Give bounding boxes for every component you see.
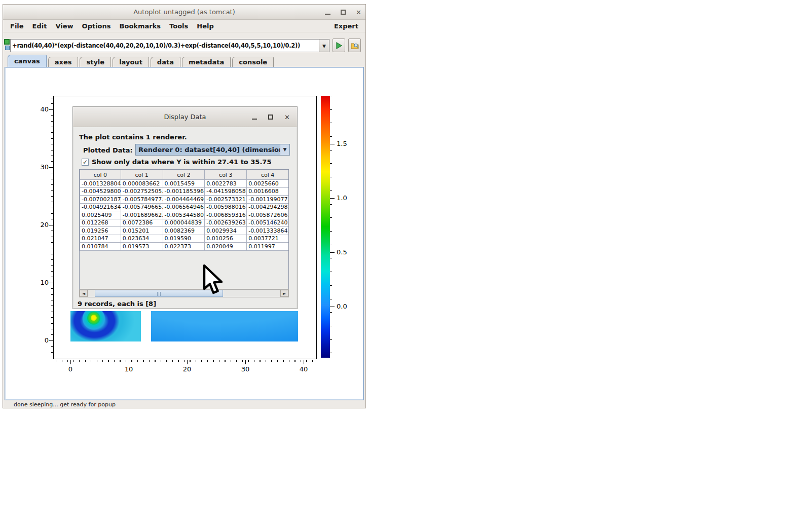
tab-metadata[interactable]: metadata [182, 57, 231, 67]
column-header[interactable]: col 1 [121, 170, 163, 180]
table-cell[interactable]: -0.002752505... [121, 187, 163, 196]
table-cell[interactable]: 0.00 [288, 196, 289, 204]
dialog-minimize-icon[interactable] [252, 119, 257, 120]
table-cell[interactable]: 0.0037721 [247, 235, 289, 243]
table-cell[interactable]: 0.023634 [121, 235, 163, 243]
table-cell[interactable]: -0.001689662... [121, 211, 163, 219]
table-cell[interactable]: -0.006564946... [163, 203, 205, 211]
spectrogram-band-right[interactable] [151, 311, 298, 341]
filter-checkbox[interactable]: ✓ [82, 159, 89, 166]
table-cell[interactable]: 0.0015459 [163, 180, 205, 188]
table-cell[interactable]: -0.005146240... [247, 219, 289, 227]
menu-edit[interactable]: Edit [32, 22, 47, 30]
table-cell[interactable]: -0.005344580... [163, 211, 205, 219]
column-header[interactable]: col 3 [205, 170, 247, 180]
tab-data[interactable]: data [151, 57, 180, 67]
tab-style[interactable]: style [80, 57, 111, 67]
table-row[interactable]: -0.004529800...-0.002752505...-0.0011853… [80, 187, 289, 196]
plotted-data-combobox[interactable]: Renderer 0: dataset[40,40] (dimension...… [135, 144, 290, 156]
table-row[interactable]: -0.004921634...-0.005749665...-0.0065649… [80, 203, 289, 211]
table-cell[interactable]: 0.012268 [80, 219, 121, 227]
data-table-scrollpane[interactable]: col 0col 1col 2col 3col 4 -0.001328804..… [79, 169, 289, 289]
horizontal-scrollbar[interactable]: ◄ ► [79, 289, 289, 297]
table-cell[interactable]: 0.022373 [163, 243, 205, 251]
table-cell[interactable]: -0.0 [288, 219, 289, 227]
menu-file[interactable]: File [10, 22, 24, 30]
combo-dropdown-button[interactable]: ▼ [280, 144, 289, 155]
column-header[interactable]: col 4 [247, 170, 289, 180]
menu-help[interactable]: Help [197, 22, 213, 30]
menu-options[interactable]: Options [82, 22, 111, 30]
table-cell[interactable]: 0.0082369 [163, 227, 205, 235]
column-header[interactable] [288, 170, 289, 180]
table-row[interactable]: 0.0025409-0.001689662...-0.005344580...-… [80, 211, 289, 219]
menu-view[interactable]: View [55, 22, 73, 30]
table-cell[interactable]: -4.041598058... [205, 187, 247, 196]
table-cell[interactable]: 0.0022783 [205, 180, 247, 188]
scroll-left-button[interactable]: ◄ [80, 290, 88, 297]
table-cell[interactable]: 0.019573 [121, 243, 163, 251]
dialog-maximize-icon[interactable] [268, 115, 273, 120]
inspect-uri-button[interactable] [348, 39, 361, 52]
maximize-icon[interactable] [341, 10, 346, 15]
table-cell[interactable]: 0.011997 [247, 243, 289, 251]
spectrogram-band-left[interactable] [70, 311, 141, 341]
table-cell[interactable]: 0.00 [288, 180, 289, 188]
tab-layout[interactable]: layout [113, 57, 149, 67]
table-cell[interactable]: 0.000044839 [163, 219, 205, 227]
table-cell[interactable]: -0.0 [288, 211, 289, 219]
table-row[interactable]: 0.0192560.0152010.00823690.0029934-0.001… [80, 227, 289, 235]
menu-tools[interactable]: Tools [169, 22, 188, 30]
expert-toggle[interactable]: Expert [334, 22, 358, 30]
scrollbar-track[interactable] [88, 290, 280, 297]
table-row[interactable]: -0.001328804...0.0000836620.00154590.002… [80, 180, 289, 188]
table-cell[interactable]: -0.004464469... [163, 196, 205, 204]
scroll-right-button[interactable]: ► [280, 290, 288, 297]
uri-dropdown-button[interactable]: ▼ [319, 39, 329, 52]
column-header[interactable]: col 0 [80, 170, 121, 180]
table-cell[interactable]: 0.0016608 [247, 187, 289, 196]
window-title-bar[interactable]: Autoplot untagged (as tomcat) ✕ [3, 5, 365, 20]
minimize-icon[interactable] [325, 14, 330, 15]
table-row[interactable]: 0.0122680.00723860.000044839-0.002639263… [80, 219, 289, 227]
colorbar[interactable] [321, 96, 330, 358]
table-cell[interactable]: 0.020049 [205, 243, 247, 251]
table-cell[interactable]: 0.0072386 [121, 219, 163, 227]
table-cell[interactable]: -0.001333864... [247, 227, 289, 235]
tab-canvas[interactable]: canvas [8, 55, 47, 67]
close-icon[interactable]: ✕ [356, 9, 361, 16]
table-cell[interactable]: 0.015201 [121, 227, 163, 235]
plot-go-button[interactable] [333, 39, 345, 52]
dialog-title-bar[interactable]: Display Data ✕ [73, 107, 297, 127]
table-cell[interactable]: -0.005784977... [121, 196, 163, 204]
table-cell[interactable]: 0.021047 [80, 235, 121, 243]
table-cell[interactable]: 0.00 [288, 243, 289, 251]
table-cell[interactable]: -0.002573321... [205, 196, 247, 204]
table-cell[interactable]: -0.0 [288, 203, 289, 211]
table-cell[interactable]: 0.010784 [80, 243, 121, 251]
table-cell[interactable]: 0.010256 [205, 235, 247, 243]
table-cell[interactable]: -0.005872606... [247, 211, 289, 219]
table-cell[interactable]: -0.004529800... [80, 187, 121, 196]
table-cell[interactable]: -0.007002187... [80, 196, 121, 204]
table-cell[interactable]: -0.0 [288, 227, 289, 235]
table-row[interactable]: 0.0210470.0236340.0195900.0102560.003772… [80, 235, 289, 243]
table-cell[interactable]: -0.005749665... [121, 203, 163, 211]
table-cell[interactable]: -0.002639263... [205, 219, 247, 227]
table-cell[interactable]: 0.019256 [80, 227, 121, 235]
table-cell[interactable]: -0.001328804... [80, 180, 121, 188]
table-cell[interactable]: 0.00 [288, 187, 289, 196]
menu-bookmarks[interactable]: Bookmarks [120, 22, 161, 30]
table-cell[interactable]: 0.019590 [163, 235, 205, 243]
table-cell[interactable]: -0.001185396... [163, 187, 205, 196]
uri-input[interactable]: +rand(40,40)*(exp(-distance(40,40,20,20,… [10, 39, 319, 52]
table-row[interactable]: 0.0107840.0195730.0223730.0200490.011997… [80, 243, 289, 251]
table-cell[interactable]: -0.005988016... [205, 203, 247, 211]
table-row[interactable]: -0.007002187...-0.005784977...-0.0044644… [80, 196, 289, 204]
dialog-close-icon[interactable]: ✕ [284, 113, 290, 121]
table-cell[interactable]: -0.0 [288, 235, 289, 243]
table-cell[interactable]: 0.0025409 [80, 211, 121, 219]
tab-axes[interactable]: axes [48, 57, 79, 67]
table-cell[interactable]: -0.006859316... [205, 211, 247, 219]
table-cell[interactable]: 0.0029934 [205, 227, 247, 235]
